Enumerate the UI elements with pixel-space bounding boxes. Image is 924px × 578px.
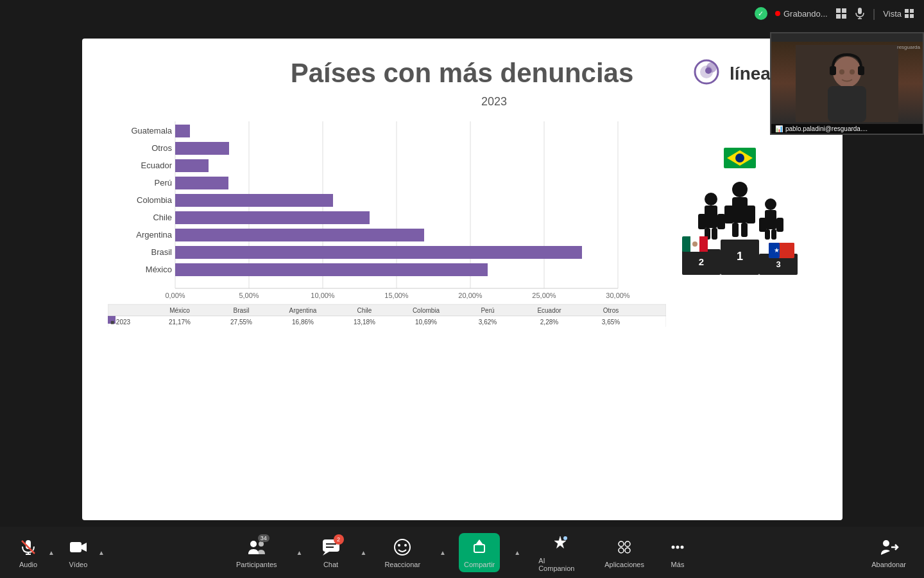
grid-view-icon[interactable] [835, 8, 847, 19]
svg-rect-0 [836, 8, 841, 13]
svg-rect-76 [741, 223, 748, 237]
share-chevron[interactable]: ▲ [514, 549, 520, 556]
shield-status: ✓ [755, 7, 767, 20]
svg-rect-75 [732, 223, 739, 237]
audio-button[interactable]: Audio [13, 533, 44, 572]
svg-rect-80 [717, 214, 725, 229]
participants-chevron[interactable]: ▲ [296, 549, 303, 556]
video-feed: resguarda [771, 42, 923, 125]
svg-point-70 [735, 153, 744, 162]
react-button[interactable]: Reaccionar [379, 533, 425, 572]
chat-icon: 2 [321, 537, 341, 557]
chart-year: 2023 [172, 95, 817, 109]
toolbar-left: Audio ▲ Vídeo ▲ [13, 533, 105, 572]
svg-rect-78 [705, 206, 717, 228]
svg-rect-30 [175, 263, 488, 276]
svg-rect-86 [776, 218, 783, 232]
ai-companion-label: AI Companion [538, 557, 581, 572]
svg-rect-105 [828, 86, 866, 122]
svg-text:Otros: Otros [151, 143, 172, 153]
svg-rect-4 [858, 8, 862, 14]
svg-point-83 [765, 198, 776, 210]
ai-companion-button[interactable]: AI Companion [533, 529, 586, 576]
svg-text:Chile: Chile [357, 307, 372, 314]
video-button[interactable]: Vídeo [63, 533, 94, 572]
svg-point-129 [625, 541, 630, 547]
svg-point-131 [625, 548, 630, 553]
leave-label: Abandonar [871, 561, 906, 568]
svg-point-104 [833, 57, 861, 87]
svg-text:10,00%: 10,00% [311, 292, 335, 299]
leave-button[interactable]: Abandonar [866, 533, 911, 572]
svg-text:2: 2 [698, 256, 703, 267]
participants-icon: 34 [246, 537, 267, 557]
svg-text:Brasil: Brasil [151, 247, 172, 257]
svg-rect-28 [175, 229, 424, 241]
svg-text:3: 3 [776, 259, 780, 269]
svg-rect-3 [842, 14, 846, 19]
apps-button[interactable]: Aplicaciones [599, 533, 649, 572]
svg-point-71 [732, 182, 748, 197]
svg-rect-29 [175, 246, 582, 259]
svg-rect-1 [842, 8, 846, 13]
svg-text:Ecuador: Ecuador [537, 307, 561, 314]
bar-chart-icon: 📊 [775, 125, 783, 132]
svg-rect-87 [765, 229, 770, 240]
svg-rect-24 [175, 159, 209, 172]
share-button[interactable]: Compartir [459, 533, 500, 572]
svg-text:15,00%: 15,00% [384, 292, 409, 299]
react-chevron[interactable]: ▲ [440, 549, 446, 556]
toolbar: Audio ▲ Vídeo ▲ 34 [0, 527, 924, 578]
video-chevron[interactable]: ▲ [98, 549, 105, 556]
svg-text:16,86%: 16,86% [292, 319, 314, 326]
svg-rect-7 [905, 9, 909, 13]
svg-text:Perú: Perú [481, 307, 494, 314]
recording-dot-icon [775, 11, 780, 16]
participants-button[interactable]: 34 Participantes [231, 533, 282, 572]
svg-rect-48 [108, 304, 666, 316]
slide-inner: Países con más denuncias línea ética 202… [82, 39, 843, 520]
podium-illustration: 1 2 3 ★ [669, 148, 810, 283]
leave-icon [878, 537, 899, 557]
svg-rect-125 [474, 545, 484, 552]
svg-point-14 [705, 67, 712, 74]
svg-text:Otros: Otros [603, 307, 618, 314]
mic-icon[interactable] [855, 8, 865, 19]
toolbar-right: Abandonar [866, 533, 911, 572]
recording-status: Grabando... [775, 9, 828, 19]
more-button[interactable]: Más [662, 533, 693, 572]
svg-rect-8 [910, 9, 914, 13]
topbar-divider: | [873, 7, 876, 21]
svg-point-134 [681, 545, 684, 548]
svg-rect-114 [70, 542, 81, 552]
chat-label: Chat [323, 561, 338, 568]
svg-text:3,62%: 3,62% [478, 319, 496, 326]
svg-text:Argentina: Argentina [289, 307, 316, 314]
svg-point-127 [563, 536, 567, 540]
audio-chevron[interactable]: ▲ [48, 549, 55, 556]
svg-text:5,00%: 5,00% [239, 292, 259, 299]
svg-text:■ 2023: ■ 2023 [110, 319, 131, 326]
svg-text:Ecuador: Ecuador [141, 161, 172, 170]
svg-rect-2 [836, 14, 841, 19]
chat-chevron[interactable]: ▲ [361, 549, 367, 556]
svg-rect-9 [905, 14, 909, 18]
svg-rect-22 [175, 125, 190, 137]
view-label: Vista [883, 9, 902, 19]
view-label-area[interactable]: Vista [883, 9, 914, 19]
svg-marker-115 [81, 543, 87, 552]
participant-name: 📊 pablo.paladini@resguarda.... [771, 124, 923, 134]
svg-text:Chile: Chile [153, 213, 172, 222]
svg-text:Perú: Perú [154, 178, 171, 188]
svg-marker-119 [323, 552, 329, 556]
participants-count: 34 [258, 534, 270, 542]
svg-text:México: México [169, 307, 190, 314]
svg-text:Colombia: Colombia [137, 195, 173, 205]
topbar: ✓ Grabando... | Vista [0, 0, 924, 27]
participants-label: Participantes [236, 561, 277, 568]
more-icon [667, 537, 688, 557]
chat-button[interactable]: 2 Chat [316, 533, 346, 572]
participant-video: resguarda 📊 pablo.paladini@resguarda.... [770, 32, 924, 135]
svg-text:20,00%: 20,00% [458, 292, 483, 299]
audio-icon [18, 537, 38, 557]
